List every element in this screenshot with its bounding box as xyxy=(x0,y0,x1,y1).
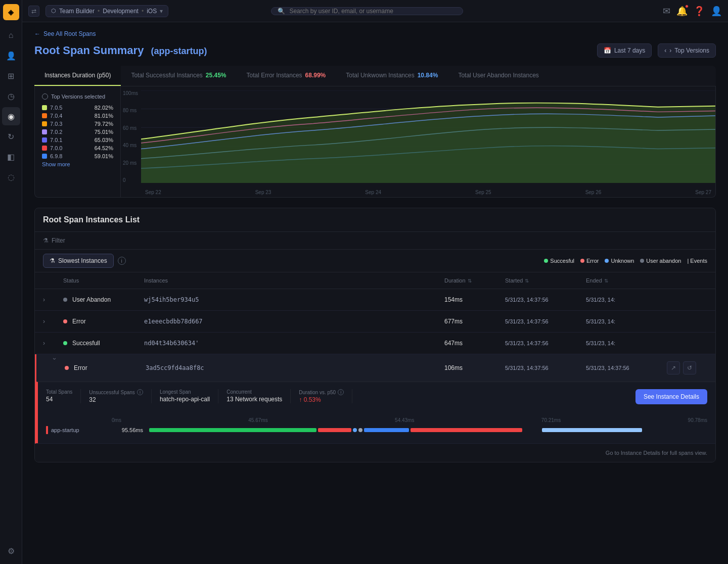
row3-duration: 647ms xyxy=(444,340,505,347)
tab-abandon[interactable]: Total User Abandon Instances xyxy=(448,66,549,86)
sort-icon-started: ⇅ xyxy=(525,278,529,284)
unsuccessful-info-icon[interactable]: i xyxy=(137,389,143,395)
tab-duration[interactable]: Instances Duration (p50) xyxy=(34,66,121,86)
table-header: Status Instances Duration ⇅ Started ⇅ En… xyxy=(35,272,715,289)
bar-green-seg xyxy=(149,428,316,432)
row4-expand-icon[interactable]: › xyxy=(51,358,58,378)
row1-expand-icon[interactable]: › xyxy=(43,296,63,303)
filter-label: Filter xyxy=(52,237,65,244)
topbar-breadcrumb[interactable]: ⬡ Team Builder • Development • iOS ▾ xyxy=(46,5,168,17)
collapse-button[interactable]: ⇄ xyxy=(28,6,39,17)
row1-status-dot xyxy=(63,298,67,302)
tab-abandon-label: Total User Abandon Instances xyxy=(458,72,538,79)
row3-instance-id: nd04t34b630634' xyxy=(144,340,444,347)
table-row-1: › User Abandon wj54ih5ber934u5 154ms 5/3… xyxy=(35,289,715,311)
toolbar-right: Succesful Error Unknown User abandon | E… xyxy=(544,258,707,264)
duration-p50-info-icon[interactable]: i xyxy=(338,389,344,395)
account-icon[interactable]: 👤 xyxy=(711,6,722,17)
tab-unknown[interactable]: Total Unkwown Instances 10.84% xyxy=(336,66,448,86)
list-toolbar: ⚗ Slowest Instances i Succesful Error Un… xyxy=(35,250,715,272)
show-more-link[interactable]: Show more xyxy=(42,161,113,167)
bar-red-seg-1 xyxy=(318,428,351,432)
row3-started: 5/31/23, 14:37:56 xyxy=(505,340,586,346)
row1-started: 5/31/23, 14:37:56 xyxy=(505,297,586,303)
legend-item-700: 7.0.0 64.52% xyxy=(42,145,113,151)
error-dot xyxy=(580,259,584,263)
abandon-dot xyxy=(640,259,644,263)
sidebar-icon-document[interactable]: ◧ xyxy=(2,148,20,166)
slowest-instances-button[interactable]: ⚗ Slowest Instances xyxy=(43,254,114,268)
top-versions-button[interactable]: ‹ › Top Versions xyxy=(658,43,716,58)
span-timeline: 0ms 45.67ms 54.43ms 70.21ms 90.78ms app-… xyxy=(46,417,707,434)
longest-span-value: hatch-repo-api-call xyxy=(160,396,210,403)
tab-error[interactable]: Total Error Instances 68.99% xyxy=(237,66,336,86)
table-row-1-content[interactable]: › User Abandon wj54ih5ber934u5 154ms 5/3… xyxy=(35,289,715,310)
legend-item-701: 7.0.1 65.03% xyxy=(42,137,113,143)
back-link[interactable]: ← See All Root Spans xyxy=(34,30,716,37)
notifications-icon[interactable]: 🔔 xyxy=(676,6,688,17)
page-header: Root Span Summary (app-startup) 📅 Last 7… xyxy=(34,43,716,58)
sidebar-icon-users[interactable]: 👤 xyxy=(2,46,20,65)
row2-duration: 677ms xyxy=(444,318,505,325)
date-range-button[interactable]: 📅 Last 7 days xyxy=(597,43,652,58)
tab-error-pct: 68.99% xyxy=(305,72,326,79)
row3-expand-icon[interactable]: › xyxy=(43,340,63,347)
search-input[interactable] xyxy=(289,8,457,15)
row1-status: User Abandon xyxy=(63,296,144,303)
row4-actions: ↗ ↺ xyxy=(667,361,707,374)
filter-bar: ⚗ Filter xyxy=(35,232,715,250)
breadcrumb-env: Development xyxy=(103,8,139,15)
chevron-right-icon: › xyxy=(669,47,671,54)
unknown-dot xyxy=(605,259,609,263)
bar-lightblue-seg xyxy=(542,428,643,432)
sidebar-icon-refresh[interactable]: ↻ xyxy=(2,127,20,146)
mail-icon[interactable]: ✉ xyxy=(663,6,670,17)
slowest-instances-label: Slowest Instances xyxy=(58,257,107,264)
see-instance-button[interactable]: See Instance Details xyxy=(635,389,707,404)
chart-x-labels: Sep 22 Sep 23 Sep 24 Sep 25 Sep 26 Sep 2… xyxy=(141,190,715,195)
legend-circle-icon xyxy=(42,93,48,100)
sidebar-icon-settings[interactable]: ⚙ xyxy=(2,542,20,560)
expanded-stats: Total Spans 54 Unsuccessful Spans i 32 xyxy=(46,389,352,403)
concurrent-value: 13 Network requests xyxy=(226,396,282,403)
row2-started: 5/31/23, 14:37:56 xyxy=(505,318,586,324)
tab-unknown-label: Total Unkwown Instances xyxy=(346,72,414,79)
external-link-icon[interactable]: ↗ xyxy=(667,361,680,374)
table-row-2-content[interactable]: › Error e1eeecbdbb78d667 677ms 5/31/23, … xyxy=(35,311,715,332)
table-row-3-content[interactable]: › Succesfull nd04t34b630634' 647ms 5/31/… xyxy=(35,333,715,354)
breadcrumb-icon: ⬡ xyxy=(51,8,56,14)
chevron-left-icon: ‹ xyxy=(664,47,666,54)
help-icon[interactable]: ❓ xyxy=(694,6,705,17)
table-row-4-content[interactable]: › Error 3ad5cc9fd4aa8f8c 106ms 5/31/23, … xyxy=(36,354,715,382)
legend-item-698: 6.9.8 59.01% xyxy=(42,153,113,159)
legend-color-703 xyxy=(42,121,47,126)
bottom-note: Go to Instance Details for full spans vi… xyxy=(35,444,715,462)
duration-p50-value: ↑ 0.53% xyxy=(299,396,344,403)
col-status: Status xyxy=(63,277,144,284)
row2-expand-icon[interactable]: › xyxy=(43,318,63,325)
calendar-icon: 📅 xyxy=(604,47,611,54)
legend-header-label: Top Versions selected xyxy=(51,93,105,100)
breadcrumb-app: Team Builder xyxy=(59,8,95,15)
sidebar-icon-grid[interactable]: ⊞ xyxy=(2,67,20,85)
tab-duration-label: Instances Duration (p50) xyxy=(44,72,111,79)
filter-input[interactable]: ⚗ Filter xyxy=(43,237,65,244)
search-bar[interactable]: 🔍 xyxy=(271,7,463,15)
sort-icon-duration: ⇅ xyxy=(468,278,472,284)
legend-color-702 xyxy=(42,129,47,134)
events-label: | Events xyxy=(687,258,707,264)
tab-success[interactable]: Total Successful Instances 25.45% xyxy=(121,66,236,86)
tab-error-label: Total Error Instances xyxy=(247,72,302,79)
breadcrumb-chevron[interactable]: ▾ xyxy=(160,8,163,15)
refresh-row-icon[interactable]: ↺ xyxy=(683,361,696,374)
page-header-controls: 📅 Last 7 days ‹ › Top Versions xyxy=(597,43,716,58)
sidebar-icon-home[interactable]: ⌂ xyxy=(2,26,20,44)
chart-container: Top Versions selected 7.0.5 82.02% 7.0.4… xyxy=(34,86,716,198)
sidebar-icon-clock[interactable]: ◷ xyxy=(2,87,20,105)
row4-ended: 5/31/23, 14:37:56 xyxy=(586,365,667,371)
sidebar-icon-wifi[interactable]: ◌ xyxy=(2,168,20,186)
app-logo[interactable]: ◈ xyxy=(3,4,19,20)
info-icon[interactable]: i xyxy=(118,257,126,265)
sidebar-icon-activity[interactable]: ◉ xyxy=(2,107,20,125)
legend-item-703: 7.0.3 79.72% xyxy=(42,121,113,127)
